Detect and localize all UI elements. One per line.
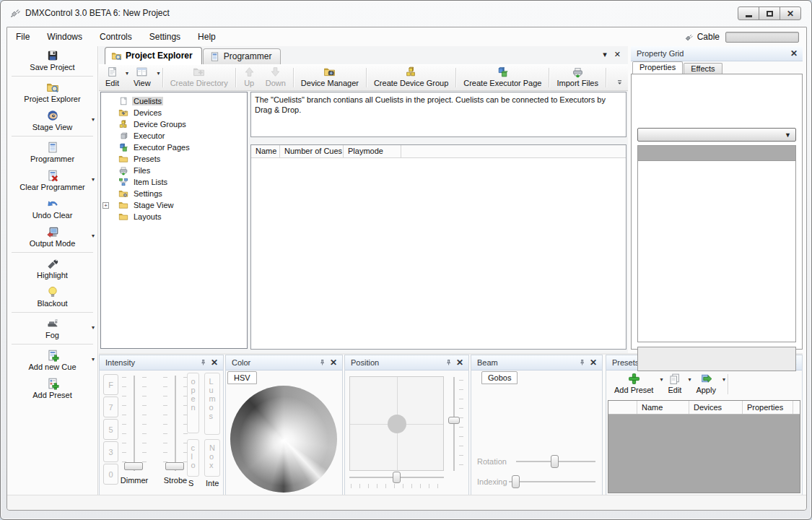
column-header-playmode[interactable]: Playmode	[344, 145, 401, 157]
tab-project-explorer[interactable]: Project Explorer	[105, 47, 202, 64]
pin-icon[interactable]	[777, 48, 788, 59]
presets-table[interactable]: NameDevicesProperties	[608, 400, 800, 493]
toolbar-edit[interactable]: Edit▾	[100, 66, 128, 90]
close-button[interactable]: ✕	[454, 358, 466, 368]
close-button[interactable]: ✕	[328, 358, 339, 368]
tree-item-stage-view[interactable]: +Stage View	[101, 199, 247, 211]
pin-button[interactable]	[316, 358, 328, 368]
sidebar-item-programmer[interactable]: Programmer	[7, 138, 97, 166]
sidebar-item-output-mode[interactable]: Output Mode▾	[7, 222, 97, 251]
vbutton-clo[interactable]: c l o	[187, 439, 199, 477]
pan-tilt-pad[interactable]	[349, 376, 444, 471]
column-header-blank[interactable]	[608, 401, 637, 414]
menu-settings[interactable]: Settings	[141, 28, 189, 46]
vbutton-open[interactable]: o p e n	[187, 373, 199, 433]
tree-item-settings[interactable]: Settings	[101, 188, 247, 199]
tree-item-device-groups[interactable]: Device Groups	[101, 118, 247, 130]
close-button[interactable]: ✕	[780, 6, 801, 20]
chevron-down-icon[interactable]: ▾	[92, 233, 95, 239]
title-bar[interactable]: DMXControl 3.0 BETA 6: New Project ✕	[1, 1, 811, 27]
pin-button[interactable]	[197, 358, 209, 368]
presets-toolbar-add-preset[interactable]: Add Preset▾	[609, 372, 663, 396]
tree-item-devices[interactable]: Devices	[101, 107, 247, 118]
slider-thumb-rotation[interactable]	[551, 455, 559, 468]
tab-properties[interactable]: Properties	[632, 61, 683, 74]
toolbar-import-files[interactable]: Import Files	[551, 66, 603, 90]
sidebar-item-blackout[interactable]: Blackout	[7, 282, 97, 311]
maximize-button[interactable]	[759, 6, 780, 20]
sidebar-item-stage-view[interactable]: Stage View▾	[7, 106, 97, 134]
column-header-properties[interactable]: Properties	[743, 401, 793, 414]
vbutton-lumos[interactable]: L u m o s	[204, 373, 220, 435]
column-header-name[interactable]: Name	[251, 145, 280, 157]
pin-button[interactable]	[442, 358, 454, 368]
sidebar-item-fog[interactable]: Fog▾	[7, 314, 97, 342]
sidebar-item-undo-clear[interactable]: Undo Clear	[7, 194, 97, 222]
hsv-color-wheel[interactable]	[230, 386, 337, 493]
close-icon[interactable]: ✕	[788, 48, 800, 59]
tab-gobos[interactable]: Gobos	[481, 371, 518, 384]
property-target-dropdown[interactable]: ▼	[637, 128, 796, 142]
menu-windows[interactable]: Windows	[38, 28, 91, 46]
toolbar-create-device-group[interactable]: Create Device Group	[369, 66, 453, 90]
pad-position-dot[interactable]	[388, 415, 406, 433]
tab-list-dropdown[interactable]: ▾	[603, 50, 607, 59]
column-header-number-of-cues[interactable]: Number of Cues	[280, 145, 344, 157]
menu-controls[interactable]: Controls	[91, 28, 141, 46]
chevron-down-icon[interactable]: ▾	[92, 356, 95, 363]
presets-toolbar-edit[interactable]: Edit▾	[663, 372, 691, 396]
fader-quick-3[interactable]: 3	[103, 441, 118, 462]
close-tab[interactable]: ✕	[614, 50, 621, 59]
property-grid-list[interactable]	[637, 145, 796, 342]
close-button[interactable]: ✕	[588, 358, 599, 368]
vbutton-nox[interactable]: N o x	[204, 439, 220, 477]
column-header-devices[interactable]: Devices	[689, 401, 743, 414]
minimize-button[interactable]	[738, 6, 759, 20]
chevron-down-icon[interactable]: ▾	[722, 376, 725, 383]
presets-toolbar-apply[interactable]: Apply▾	[691, 372, 725, 396]
sidebar-item-save-project[interactable]: Save Project	[7, 46, 97, 74]
chevron-down-icon[interactable]: ▾	[92, 324, 95, 331]
fader-quick-5[interactable]: 5	[103, 419, 118, 440]
tree-item-layouts[interactable]: Layouts	[101, 211, 247, 222]
sidebar-item-add-new-cue[interactable]: Add new Cue▾	[7, 346, 97, 374]
chevron-down-icon[interactable]: ▾	[92, 176, 95, 183]
toolbar-device-manager[interactable]: Device Manager	[296, 66, 364, 90]
fader-thumb-strobe[interactable]	[165, 462, 184, 470]
tab-effects[interactable]: Effects	[684, 63, 722, 74]
tab-programmer[interactable]: Programmer	[203, 48, 281, 64]
pin-button[interactable]	[576, 358, 588, 368]
sidebar-item-clear-programmer[interactable]: Clear Programmer▾	[7, 166, 97, 194]
slider-thumb-indexing[interactable]	[512, 475, 520, 488]
menu-help[interactable]: Help	[189, 28, 224, 46]
toolbar-view[interactable]: View▾	[128, 66, 160, 90]
sidebar-item-add-preset[interactable]: Add Preset	[7, 374, 97, 402]
column-header-name[interactable]: Name	[637, 401, 689, 414]
tree-item-presets[interactable]: Presets	[101, 153, 247, 165]
tree-item-item-lists[interactable]: Item Lists	[101, 176, 247, 188]
sidebar-item-highlight[interactable]: Highlight	[7, 254, 97, 282]
tilt-slider-thumb[interactable]	[448, 417, 460, 424]
tree-item-cuelists[interactable]: Cuelists	[101, 95, 247, 107]
pan-slider-thumb[interactable]	[393, 472, 401, 483]
tab-hsv[interactable]: HSV	[227, 371, 257, 384]
close-button[interactable]: ✕	[209, 358, 220, 368]
chevron-down-icon[interactable]: ▾	[157, 70, 160, 77]
tree-item-files[interactable]: Files	[101, 165, 247, 176]
toolbar-create-executor-page[interactable]: Create Executor Page	[458, 66, 546, 90]
tree-item-executor-pages[interactable]: Executor Pages	[101, 142, 247, 153]
tab-label: Programmer	[224, 51, 272, 61]
fader-quick-F[interactable]: F	[103, 374, 118, 395]
cuelist-table[interactable]: NameNumber of CuesPlaymode	[250, 144, 627, 350]
menu-file[interactable]: File	[7, 28, 38, 46]
toolbar-separator	[728, 374, 728, 394]
expander-plus-icon[interactable]: +	[102, 202, 109, 209]
toolbar-overflow-button[interactable]	[616, 66, 627, 90]
sidebar-item-project-explorer[interactable]: Project Explorer	[7, 78, 97, 106]
fader-thumb-dimmer[interactable]	[124, 462, 143, 470]
app-icon	[9, 7, 21, 19]
fader-quick-7[interactable]: 7	[103, 396, 118, 417]
chevron-down-icon[interactable]: ▾	[92, 116, 95, 123]
overflow-icon	[616, 77, 624, 87]
tree-item-executor[interactable]: Executor	[101, 130, 247, 142]
